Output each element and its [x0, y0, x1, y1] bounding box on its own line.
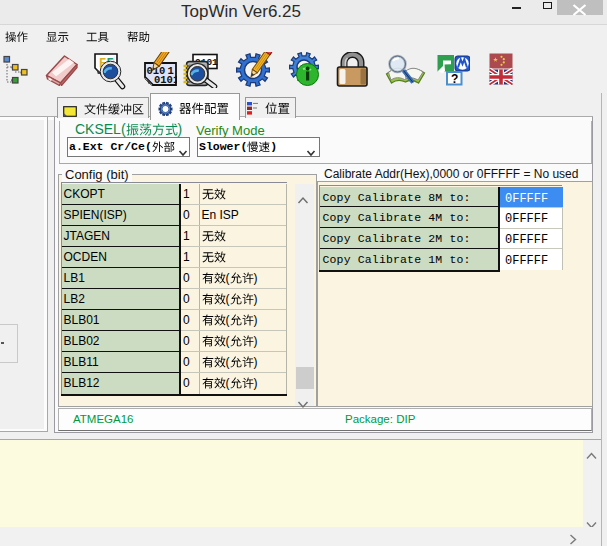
svg-text:?: ? — [451, 72, 458, 86]
svg-text:0101: 0101 — [154, 74, 177, 86]
